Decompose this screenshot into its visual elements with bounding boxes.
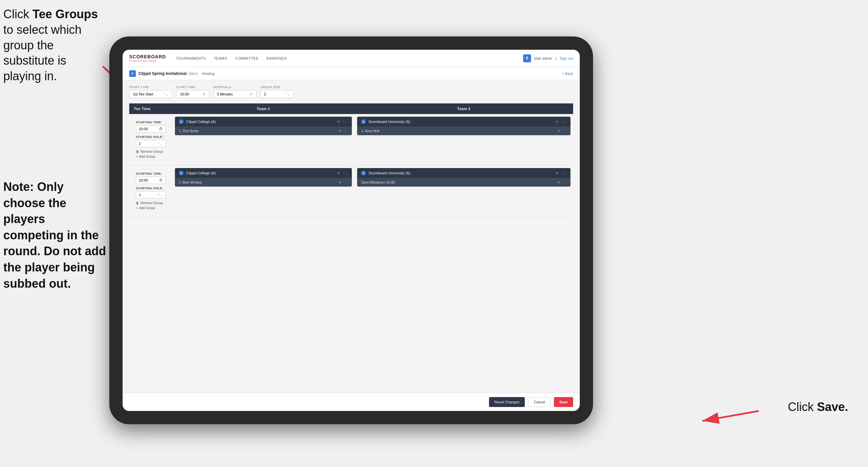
team-header-left-1-2: S Scoreboard University (A) bbox=[361, 119, 410, 124]
annotation-main: Click Tee Groups to select which group t… bbox=[3, 7, 106, 84]
add-group-button-2[interactable]: + Add Group bbox=[136, 206, 166, 210]
expand-icon-2-1[interactable]: ⌃⌄ bbox=[343, 171, 348, 175]
player-close-icon-1-1-1[interactable]: ✕ bbox=[339, 129, 342, 133]
remove-group-button-2[interactable]: 🗑 Remove Group bbox=[136, 201, 166, 205]
expand-icon-2-2[interactable]: ⌃⌄ bbox=[561, 171, 566, 175]
start-time-clock-icon: ⏱ bbox=[203, 92, 206, 96]
start-time-label-1: STARTING TIME: bbox=[136, 121, 166, 124]
close-icon-2-1[interactable]: ✕ bbox=[337, 171, 340, 175]
player-expand-icon-2-1-1[interactable]: ⌃⌄ bbox=[343, 181, 348, 184]
svg-line-3 bbox=[702, 411, 759, 421]
annotation-save: Click Save. bbox=[788, 400, 848, 414]
team-name-2-1: Clippd College (A) bbox=[186, 171, 216, 175]
close-icon-2-2[interactable]: ✕ bbox=[556, 171, 559, 175]
start-type-input[interactable]: 1st Tee Start ⌃⌄ bbox=[129, 90, 172, 98]
player-expand-icon-2-2-1[interactable]: ⌃⌄ bbox=[561, 181, 566, 184]
user-name: blair admin bbox=[534, 56, 552, 60]
cancel-button[interactable]: Cancel bbox=[528, 397, 551, 407]
team-actions-2-1: ✕ ⌃⌄ bbox=[337, 171, 348, 175]
intervals-input[interactable]: 5 Minutes ⏱ bbox=[213, 90, 256, 98]
team-dot-1-2: S bbox=[361, 119, 366, 124]
player-close-icon-1-2-1[interactable]: ✕ bbox=[557, 129, 560, 133]
tournament-name: Clippd Spring Invitational bbox=[138, 71, 187, 76]
plus-icon-1: + bbox=[136, 155, 138, 158]
team-dot-2-1: C bbox=[179, 171, 184, 175]
team-actions-1-2: ✕ ⌃⌄ bbox=[556, 120, 566, 124]
nav-rankings[interactable]: RANKINGS bbox=[266, 55, 286, 62]
nav-committee[interactable]: COMMITTEE bbox=[235, 55, 259, 62]
expand-icon-1-1[interactable]: ⌃⌄ bbox=[343, 120, 348, 124]
start-time-field-2[interactable]: 10:05 ⏱ bbox=[136, 177, 166, 184]
expand-icon-1-2[interactable]: ⌃⌄ bbox=[561, 120, 566, 124]
group-size-group: Group Size 2 ⌃⌄ bbox=[260, 86, 293, 98]
plus-icon-2: + bbox=[136, 206, 138, 210]
close-icon-1-2[interactable]: ✕ bbox=[556, 120, 559, 124]
footer: Reset Changes Cancel Save bbox=[123, 393, 580, 411]
team2-cell-1: S Scoreboard University (A) ✕ ⌃⌄ bbox=[354, 114, 573, 166]
sign-out-link[interactable]: Sign out bbox=[560, 56, 573, 60]
group-size-input[interactable]: 2 ⌃⌄ bbox=[260, 90, 293, 98]
tee-time-cell-1: STARTING TIME: 10:00 ⏱ STARTING HOLE: 1 … bbox=[129, 114, 172, 166]
intervals-group: Intervals 5 Minutes ⏱ bbox=[213, 86, 256, 98]
start-type-group: Start Type 1st Tee Start ⌃⌄ bbox=[129, 86, 172, 98]
start-time-field-1[interactable]: 10:00 ⏱ bbox=[136, 125, 166, 133]
player-name-2-2-1: Dave Billingham (SUB) bbox=[361, 181, 395, 184]
hole-field-1[interactable]: 1 ⌃⌄ bbox=[136, 140, 166, 147]
group-size-spinner[interactable]: ⌃⌄ bbox=[285, 92, 290, 96]
hole-spinner-2[interactable]: ⌃⌄ bbox=[157, 193, 163, 197]
start-type-spinner[interactable]: ⌃⌄ bbox=[163, 92, 168, 96]
start-time-label-2: STARTING TIME: bbox=[136, 172, 166, 175]
header-row: Tee Time Team 1 Team 2 bbox=[129, 104, 573, 114]
time-icon-1: ⏱ bbox=[159, 127, 163, 131]
nav-teams[interactable]: TEAMS bbox=[214, 55, 227, 62]
group-size-label: Group Size bbox=[260, 86, 293, 89]
table-body: STARTING TIME: 10:00 ⏱ STARTING HOLE: 1 … bbox=[129, 114, 573, 217]
start-section-1: STARTING TIME: 10:00 ⏱ STARTING HOLE: 1 … bbox=[132, 117, 169, 162]
reset-changes-button[interactable]: Reset Changes bbox=[489, 397, 525, 407]
player-row-1-2-1: 1. Rees Britt ✕ ⌃⌄ bbox=[357, 126, 570, 135]
player-row-1-1-1: 1. Rich Butler ✕ ⌃⌄ bbox=[175, 126, 352, 135]
hole-field-2[interactable]: 1 ⌃⌄ bbox=[136, 191, 166, 199]
intervals-label: Intervals bbox=[213, 86, 256, 89]
player-expand-icon-1-2-1[interactable]: ⌃⌄ bbox=[561, 129, 566, 133]
start-type-label: Start Type bbox=[129, 86, 172, 89]
tablet-screen: SCOREBOARD Powered by clippd TOURNAMENTS… bbox=[123, 50, 580, 411]
hole-spinner-1[interactable]: ⌃⌄ bbox=[157, 142, 163, 146]
team-dot-1-1: C bbox=[179, 119, 184, 124]
tee-time-cell-2: STARTING TIME: 10:05 ⏱ STARTING HOLE: 1 … bbox=[129, 166, 172, 217]
player-name-1-2-1: 1. Rees Britt bbox=[361, 129, 379, 133]
team-header-left-1-1: C Clippd College (A) bbox=[179, 119, 216, 124]
table-row: STARTING TIME: 10:00 ⏱ STARTING HOLE: 1 … bbox=[129, 114, 573, 166]
logo: SCOREBOARD Powered by clippd bbox=[129, 54, 166, 62]
hole-label-2: STARTING HOLE: bbox=[136, 186, 166, 190]
close-icon-1-1[interactable]: ✕ bbox=[337, 120, 340, 124]
start-section-2: STARTING TIME: 10:05 ⏱ STARTING HOLE: 1 … bbox=[132, 169, 169, 213]
team-header-1-1: C Clippd College (A) ✕ ⌃⌄ bbox=[175, 117, 352, 126]
remove-group-button-1[interactable]: 🗑 Remove Group bbox=[136, 150, 166, 153]
col-tee-time: Tee Time bbox=[129, 104, 172, 114]
player-expand-icon-1-1-1[interactable]: ⌃⌄ bbox=[343, 129, 348, 133]
team1-cell-1: C Clippd College (A) ✕ ⌃⌄ 1. Ri bbox=[172, 114, 354, 166]
start-time-group: Start Time 10:00 ⏱ bbox=[176, 86, 209, 98]
table-row: STARTING TIME: 10:05 ⏱ STARTING HOLE: 1 … bbox=[129, 166, 573, 217]
save-button[interactable]: Save bbox=[554, 397, 573, 407]
team-header-left-2-1: C Clippd College (A) bbox=[179, 171, 216, 175]
player-close-icon-2-1-1[interactable]: ✕ bbox=[339, 180, 342, 184]
team-actions-1-1: ✕ ⌃⌄ bbox=[337, 120, 348, 124]
user-avatar: B bbox=[523, 54, 531, 62]
nav-items: TOURNAMENTS TEAMS COMMITTEE RANKINGS bbox=[176, 55, 523, 62]
team-group-1-team2: S Scoreboard University (A) ✕ ⌃⌄ bbox=[357, 117, 570, 135]
team-name-1-2: Scoreboard University (A) bbox=[368, 120, 410, 124]
start-time-input[interactable]: 10:00 ⏱ bbox=[176, 90, 209, 98]
hole-label-1: STARTING HOLE: bbox=[136, 135, 166, 139]
team-name-1-1: Clippd College (A) bbox=[186, 120, 216, 124]
col-team2: Team 2 bbox=[354, 104, 573, 114]
team-header-2-1: C Clippd College (A) ✕ ⌃⌄ bbox=[175, 168, 352, 178]
tablet-device: SCOREBOARD Powered by clippd TOURNAMENTS… bbox=[109, 36, 593, 424]
logo-title: SCOREBOARD bbox=[129, 54, 166, 59]
player-row-2-1-1: 2. Blair McHarg ✕ ⌃⌄ bbox=[175, 178, 352, 186]
back-link[interactable]: < Back bbox=[562, 71, 573, 76]
nav-tournaments[interactable]: TOURNAMENTS bbox=[176, 55, 206, 62]
player-close-icon-2-2-1[interactable]: ✕ bbox=[557, 180, 560, 184]
add-group-button-1[interactable]: + Add Group bbox=[136, 155, 166, 158]
